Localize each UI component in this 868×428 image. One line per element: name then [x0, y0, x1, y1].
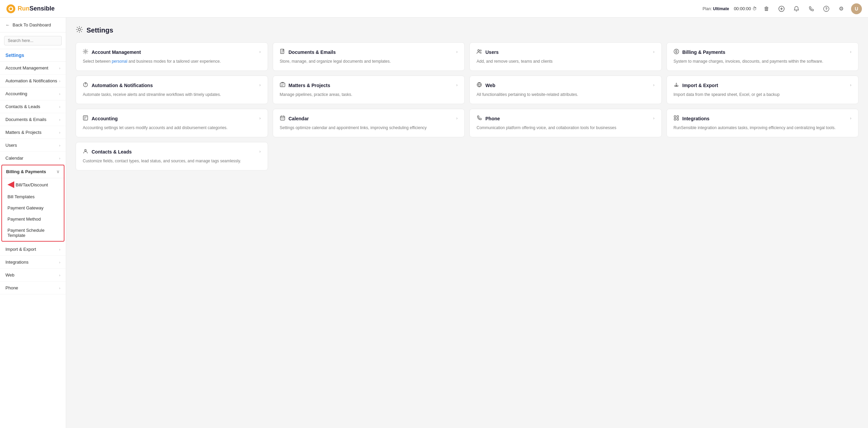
card-matters-projects[interactable]: Matters & Projects Manage pipelines, pra… — [273, 76, 465, 104]
chevron-icon: › — [59, 130, 60, 135]
page-header: Settings — [76, 26, 859, 35]
avatar[interactable]: U — [851, 3, 862, 14]
card-integrations[interactable]: Integrations RunSensible integration aut… — [667, 109, 859, 137]
sidebar-settings-title: Settings — [0, 49, 66, 62]
help-icon: ? — [823, 6, 829, 12]
card-title: Account Management — [92, 49, 141, 55]
card-desc: Automate tasks, receive alerts and strea… — [83, 91, 255, 98]
active-arrow-icon — [7, 181, 14, 188]
card-web[interactable]: Web All functionalities pertaining to we… — [469, 76, 662, 104]
chevron-icon: › — [59, 273, 60, 277]
notification-button[interactable] — [791, 4, 802, 14]
card-chevron-icon: › — [456, 83, 458, 87]
card-title: Integrations — [682, 116, 710, 121]
card-web-icon — [477, 82, 482, 89]
svg-text:?: ? — [825, 7, 828, 11]
card-desc: RunSensible integration automates tasks,… — [674, 125, 846, 131]
sidebar-item-import-export[interactable]: Import & Export › — [0, 243, 66, 256]
sidebar-item-web[interactable]: Web › — [0, 269, 66, 282]
back-arrow-icon: ← — [5, 22, 10, 27]
help-button[interactable]: ? — [821, 4, 831, 14]
card-title: Accounting — [92, 116, 118, 121]
sidebar-item-contacts[interactable]: Contacts & Leads › — [0, 100, 66, 113]
search-input[interactable] — [4, 36, 62, 45]
settings-cards-grid: Account Management Select between person… — [76, 42, 859, 170]
billing-payments-section: Billing & Payments ∨ Bill/Tax/Discount B… — [1, 165, 64, 242]
sidebar-subitem-payment-gateway[interactable]: Payment Gateway — [2, 202, 64, 213]
sidebar-item-integrations[interactable]: Integrations › — [0, 256, 66, 269]
card-title: Automation & Notifications — [92, 83, 153, 88]
logo-text: RunSensible — [18, 5, 55, 12]
logo-icon — [6, 4, 16, 14]
sidebar-item-calendar[interactable]: Calendar › — [0, 152, 66, 165]
svg-rect-23 — [677, 116, 678, 118]
chevron-icon: › — [59, 105, 60, 109]
card-phone[interactable]: Phone Communication platform offering vo… — [469, 109, 662, 137]
logo[interactable]: RunSensible — [6, 4, 55, 14]
card-chevron-icon: › — [259, 116, 261, 121]
card-accounting[interactable]: Accounting Accounting settings let users… — [76, 109, 268, 137]
card-desc: System to manage charges, invoices, disc… — [674, 58, 846, 64]
bell-icon — [793, 6, 799, 12]
card-desc: Store, manage, and organize legal docume… — [280, 58, 452, 64]
billing-payments-header[interactable]: Billing & Payments ∨ — [2, 165, 64, 178]
sidebar-item-account-management[interactable]: Account Management › — [0, 62, 66, 75]
card-title: Import & Export — [682, 83, 718, 88]
sidebar-subitem-payment-schedule[interactable]: Payment Schedule Template — [2, 225, 64, 241]
svg-point-11 — [478, 50, 480, 52]
svg-point-26 — [85, 149, 86, 151]
card-title: Billing & Payments — [682, 49, 726, 55]
card-accounting-icon — [83, 115, 88, 122]
card-users[interactable]: Users Add, and remove users, teams and c… — [469, 42, 662, 71]
gear-button[interactable]: ⚙ — [836, 4, 846, 14]
card-desc: All functionalities pertaining to websit… — [477, 91, 649, 98]
card-desc: Import data from the speared sheet, Exce… — [674, 91, 846, 98]
svg-point-2 — [9, 7, 12, 10]
card-users-icon — [477, 49, 482, 56]
svg-point-19 — [281, 118, 282, 119]
card-billing-payments[interactable]: Billing & Payments System to manage char… — [667, 42, 859, 71]
sidebar-item-phone[interactable]: Phone › — [0, 282, 66, 294]
card-account-management[interactable]: Account Management Select between person… — [76, 42, 268, 71]
card-calendar[interactable]: Calendar Settings optimize calendar and … — [273, 109, 465, 137]
trash-button[interactable]: 🗑 — [761, 4, 772, 14]
sidebar-item-automation[interactable]: Automation & Notifications › — [0, 75, 66, 87]
card-contacts-leads[interactable]: Contacts & Leads Customize fields, conta… — [76, 142, 268, 170]
card-title: Users — [485, 49, 499, 55]
svg-point-21 — [283, 118, 284, 119]
settings-page-icon — [76, 26, 83, 35]
svg-rect-18 — [280, 116, 285, 120]
card-desc: Settings optimize calendar and appointme… — [280, 125, 452, 131]
card-documents-emails[interactable]: Documents & Emails Store, manage, and or… — [273, 42, 465, 71]
sidebar: ← Back To Dashboard Settings Account Man… — [0, 18, 66, 428]
phone-button[interactable] — [806, 4, 816, 14]
add-button[interactable] — [776, 4, 787, 14]
sidebar-subitem-bill-tax[interactable]: Bill/Tax/Discount — [2, 178, 64, 191]
sidebar-subitem-payment-method[interactable]: Payment Method — [2, 213, 64, 225]
sidebar-item-accounting[interactable]: Accounting › — [0, 87, 66, 100]
sidebar-item-matters[interactable]: Matters & Projects › — [0, 126, 66, 139]
chevron-icon: › — [59, 247, 60, 251]
sidebar-item-documents[interactable]: Documents & Emails › — [0, 113, 66, 126]
card-integrations-icon — [674, 115, 679, 122]
card-title: Calendar — [289, 116, 309, 121]
card-title: Contacts & Leads — [92, 149, 132, 155]
chevron-icon: › — [59, 92, 60, 96]
card-automation[interactable]: Automation & Notifications Automate task… — [76, 76, 268, 104]
card-doc-icon — [280, 49, 285, 56]
chevron-icon: › — [59, 260, 60, 264]
svg-point-8 — [78, 28, 81, 31]
add-icon — [778, 6, 785, 12]
topnav-right: Plan: Ultimate 00:00:00 ⏱ 🗑 ? ⚙ U — [702, 3, 862, 14]
card-import-icon — [674, 82, 679, 89]
card-import-export[interactable]: Import & Export Import data from the spe… — [667, 76, 859, 104]
timer-display[interactable]: 00:00:00 ⏱ — [734, 6, 757, 11]
back-to-dashboard-button[interactable]: ← Back To Dashboard — [0, 18, 66, 33]
chevron-icon: › — [59, 118, 60, 122]
card-title: Documents & Emails — [289, 49, 336, 55]
card-title: Phone — [485, 116, 500, 121]
sidebar-item-users[interactable]: Users › — [0, 139, 66, 152]
sidebar-subitem-bill-templates[interactable]: Bill Templates — [2, 191, 64, 202]
chevron-icon: › — [59, 66, 60, 70]
card-chevron-icon: › — [850, 49, 851, 54]
